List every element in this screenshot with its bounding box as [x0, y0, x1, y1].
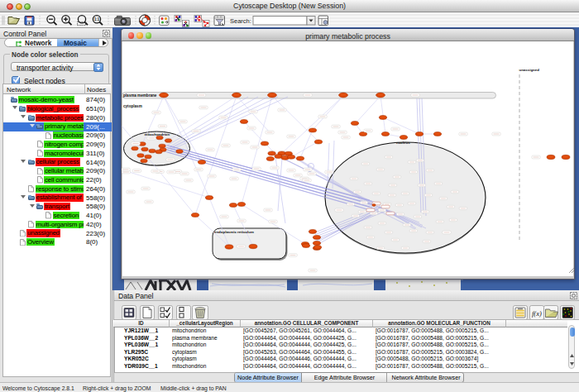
svg-text:plasma membrane: plasma membrane	[123, 93, 157, 98]
svg-text:f(x): f(x)	[532, 309, 542, 318]
svg-text:mitochondrion: mitochondrion	[145, 132, 170, 136]
svg-text:1:1: 1:1	[94, 17, 100, 22]
svg-text:Search:: Search:	[230, 17, 251, 25]
svg-text:cytoplasm: cytoplasm	[123, 104, 142, 108]
svg-text:nucleus: nucleus	[396, 141, 410, 145]
svg-text:unassigned: unassigned	[519, 68, 540, 72]
svg-text:endoplasmic reticulum: endoplasmic reticulum	[214, 230, 254, 234]
